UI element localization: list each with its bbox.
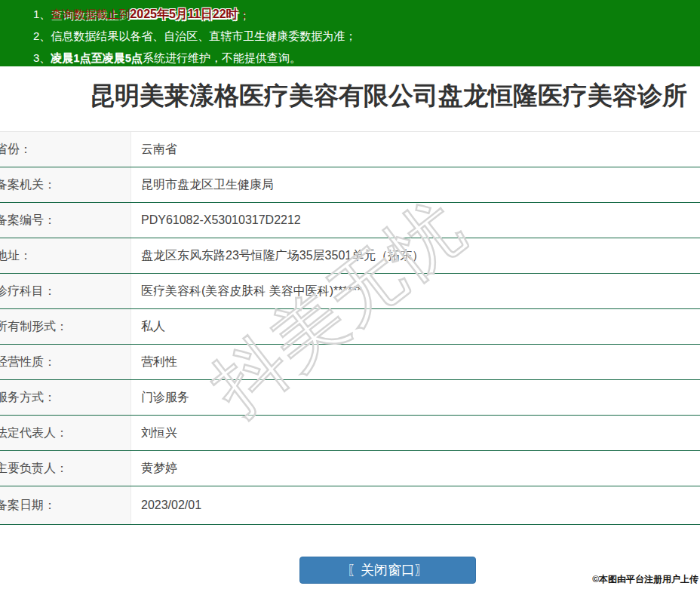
field-label: 备案日期： bbox=[0, 486, 131, 524]
field-value: 门诊服务 bbox=[131, 380, 189, 415]
notice-number: 3、 bbox=[33, 51, 51, 64]
table-row: 主要负责人：黄梦婷 bbox=[0, 451, 700, 486]
field-label: 备案编号： bbox=[0, 203, 131, 238]
field-value: 昆明市盘龙区卫生健康局 bbox=[131, 167, 274, 202]
table-row: 省份：云南省 bbox=[0, 132, 700, 167]
field-value: 私人 bbox=[131, 309, 165, 344]
field-label: 诊疗科目： bbox=[0, 274, 131, 308]
notice-number: 1、 bbox=[33, 8, 51, 20]
notice-deadline-date: 2025年5月11日22时 bbox=[130, 8, 238, 20]
notice-text: 系统进行维护，不能提供查询。 bbox=[143, 51, 301, 64]
close-window-button[interactable]: 〖关闭窗口〗 bbox=[299, 557, 476, 584]
table-row: 备案日期：2023/02/01 bbox=[0, 486, 700, 525]
notice-text: 信息数据结果以各省、自治区、直辖市卫生健康委数据为准； bbox=[51, 29, 356, 42]
field-value: 2023/02/01 bbox=[131, 486, 201, 524]
field-label: 经营性质： bbox=[0, 345, 131, 379]
field-value: 医疗美容科(美容皮肤科 美容中医科)****** bbox=[131, 274, 361, 308]
page-title: 昆明美莱漾格医疗美容有限公司盘龙恒隆医疗美容诊所 bbox=[77, 78, 700, 113]
notice-text: 查询数据截止到 bbox=[51, 8, 130, 20]
field-label: 备案机关： bbox=[0, 167, 131, 202]
table-row: 诊疗科目：医疗美容科(美容皮肤科 美容中医科)****** bbox=[0, 274, 700, 309]
upload-credit-watermark: ©本图由平台注册用户上传 bbox=[592, 573, 698, 586]
field-label: 地址： bbox=[0, 238, 131, 273]
field-label: 法定代表人： bbox=[0, 416, 131, 450]
table-row: 备案机关：昆明市盘龙区卫生健康局 bbox=[0, 167, 700, 203]
field-value: 云南省 bbox=[131, 132, 177, 167]
notice-punctuation: ； bbox=[238, 8, 250, 20]
table-row: 备案编号：PDY61082-X53010317D2212 bbox=[0, 203, 700, 238]
table-row: 所有制形式：私人 bbox=[0, 309, 700, 345]
notice-line-1: 1、查询数据截止到2025年5月11日22时； bbox=[0, 3, 700, 25]
notice-line-2: 2、信息数据结果以各省、自治区、直辖市卫生健康委数据为准； bbox=[0, 25, 700, 47]
field-label: 主要负责人： bbox=[0, 451, 131, 486]
field-value: 营利性 bbox=[131, 345, 177, 379]
notice-maintenance-window: 凌晨1点至凌晨5点 bbox=[51, 51, 143, 64]
field-value: 黄梦婷 bbox=[131, 451, 177, 486]
record-table: 省份：云南省备案机关：昆明市盘龙区卫生健康局备案编号：PDY61082-X530… bbox=[0, 131, 700, 525]
field-value: PDY61082-X53010317D2212 bbox=[131, 203, 301, 238]
table-row: 法定代表人：刘恒兴 bbox=[0, 416, 700, 451]
field-value: 盘龙区东风东路23号恒隆广场35层3501单元（拓东） bbox=[131, 238, 424, 273]
field-label: 服务方式： bbox=[0, 380, 131, 415]
table-row: 经营性质：营利性 bbox=[0, 345, 700, 380]
field-label: 省份： bbox=[0, 132, 131, 167]
field-value: 刘恒兴 bbox=[131, 416, 177, 450]
table-row: 地址：盘龙区东风东路23号恒隆广场35层3501单元（拓东） bbox=[0, 238, 700, 274]
notice-line-3: 3、凌晨1点至凌晨5点系统进行维护，不能提供查询。 bbox=[0, 47, 700, 69]
notice-number: 2、 bbox=[33, 29, 51, 42]
field-label: 所有制形式： bbox=[0, 309, 131, 344]
notice-banner: 1、查询数据截止到2025年5月11日22时； 2、信息数据结果以各省、自治区、… bbox=[0, 0, 700, 66]
table-row: 服务方式：门诊服务 bbox=[0, 380, 700, 416]
